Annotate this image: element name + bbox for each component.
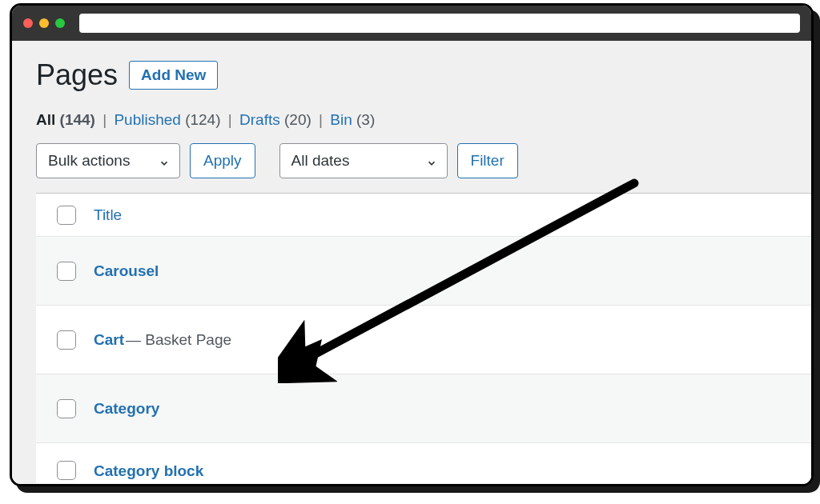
minimize-window-button[interactable] <box>39 18 49 28</box>
row-checkbox[interactable] <box>57 330 76 350</box>
bulk-actions-label: Bulk actions <box>48 152 130 170</box>
row-title-link[interactable]: Category <box>94 400 159 418</box>
filter-drafts-label: Drafts <box>239 111 280 128</box>
pages-table: Title Carousel Cart — Basket Page Catego… <box>36 193 811 483</box>
status-filter-links: All (144) | Published (124) | Drafts (20… <box>36 111 811 129</box>
title-column-header[interactable]: Title <box>94 206 122 224</box>
row-suffix: — Basket Page <box>126 331 231 349</box>
separator: | <box>316 111 326 128</box>
apply-button[interactable]: Apply <box>190 143 255 178</box>
window-controls <box>23 18 65 28</box>
filter-button[interactable]: Filter <box>457 143 518 178</box>
bulk-actions-select[interactable]: Bulk actions <box>36 143 180 178</box>
row-checkbox[interactable] <box>57 262 76 281</box>
filter-all-label: All <box>36 111 55 128</box>
add-new-button[interactable]: Add New <box>129 61 218 90</box>
row-title-link[interactable]: Category block <box>94 462 203 480</box>
dates-select[interactable]: All dates <box>279 143 448 178</box>
separator: | <box>99 111 110 128</box>
filter-published-label: Published <box>114 111 180 128</box>
filter-all-link[interactable]: All (144) <box>36 111 99 128</box>
dates-label: All dates <box>291 152 350 170</box>
tablenav: Bulk actions Apply All dates Filter <box>36 143 811 178</box>
chevron-down-icon <box>159 155 170 166</box>
table-row: Category <box>36 374 811 443</box>
page-title: Pages <box>36 58 118 92</box>
titlebar <box>12 6 811 41</box>
url-bar[interactable] <box>79 14 800 33</box>
row-checkbox[interactable] <box>57 461 76 480</box>
filter-bin-link[interactable]: Bin (3) <box>330 111 375 128</box>
chevron-down-icon <box>426 155 437 166</box>
filter-drafts-count: (20) <box>284 111 312 128</box>
table-row: Cart — Basket Page <box>36 306 811 374</box>
filter-published-count: (124) <box>185 111 220 128</box>
row-title-link[interactable]: Carousel <box>94 262 159 280</box>
table-row: Carousel <box>36 237 811 306</box>
filter-drafts-link[interactable]: Drafts (20) <box>239 111 316 128</box>
filter-bin-count: (3) <box>356 111 375 128</box>
close-window-button[interactable] <box>23 18 33 28</box>
table-row: Category block <box>36 443 811 483</box>
select-all-checkbox[interactable] <box>57 206 76 225</box>
page-content: Pages Add New All (144) | Published (124… <box>12 41 811 484</box>
row-checkbox[interactable] <box>57 399 76 418</box>
browser-window: Pages Add New All (144) | Published (124… <box>10 3 814 486</box>
filter-bin-label: Bin <box>330 111 352 128</box>
filter-all-count: (144) <box>60 111 95 128</box>
table-header-row: Title <box>36 194 811 237</box>
separator: | <box>225 111 235 128</box>
row-title-link[interactable]: Cart <box>94 331 124 349</box>
maximize-window-button[interactable] <box>55 18 65 28</box>
filter-published-link[interactable]: Published (124) <box>114 111 224 128</box>
page-header: Pages Add New <box>36 58 811 92</box>
